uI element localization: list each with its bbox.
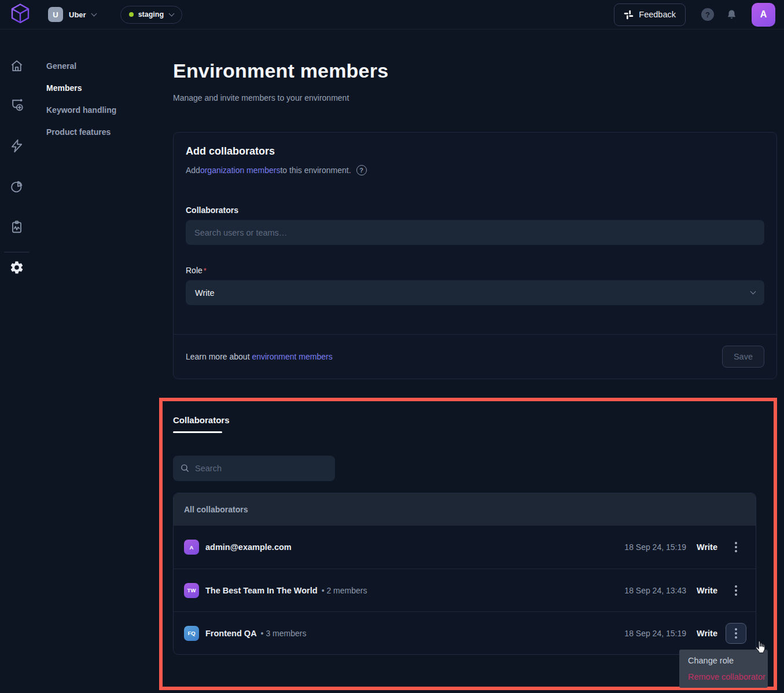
tab-label: Collaborators — [173, 415, 230, 425]
collaborators-table-search-input[interactable] — [173, 456, 335, 481]
collaborator-meta: • 3 members — [261, 629, 307, 638]
chevron-down-icon — [91, 10, 97, 16]
icon-sidebar — [0, 30, 34, 693]
required-mark: * — [204, 266, 207, 275]
pie-chart-icon[interactable] — [9, 179, 24, 194]
help-tooltip-icon[interactable]: ? — [356, 165, 367, 175]
card-description: Add organization members to this environ… — [186, 165, 764, 175]
row-actions-kebab-button[interactable] — [726, 537, 746, 558]
collaborator-name: admin@example.com — [205, 542, 292, 552]
lightning-icon[interactable] — [9, 138, 24, 153]
role-value: Write — [697, 629, 722, 638]
avatar: FQ — [184, 626, 199, 641]
environment-members-link[interactable]: environment members — [252, 352, 332, 361]
collaborator-name: Frontend QA — [205, 629, 257, 638]
collaborators-search-input[interactable] — [186, 220, 764, 245]
save-button[interactable]: Save — [722, 346, 764, 368]
annotation-rectangle: Collaborators All collaborators A admin@… — [159, 398, 777, 690]
table-row[interactable]: FQ Frontend QA • 3 members 18 Sep 24, 15… — [174, 611, 756, 654]
feedback-label: Feedback — [639, 10, 676, 19]
menu-item-remove-collaborator[interactable]: Remove collaborator — [679, 669, 768, 685]
collaborators-table: All collaborators A admin@example.com 18… — [173, 493, 756, 655]
chevron-down-icon — [750, 289, 756, 295]
notifications-icon[interactable] — [726, 9, 737, 20]
subnav-item-keyword-handling[interactable]: Keyword handling — [46, 105, 116, 115]
row-actions-kebab-button-open[interactable] — [726, 623, 746, 644]
row-actions-menu: Change role Remove collaborator — [679, 650, 768, 688]
tab-collaborators[interactable]: Collaborators — [173, 415, 230, 433]
feedback-button[interactable]: Feedback — [614, 3, 686, 26]
health-report-icon[interactable] — [9, 219, 24, 234]
environment-selector[interactable]: staging — [120, 6, 182, 24]
collaborator-meta: • 2 members — [322, 586, 367, 595]
subnav-item-general[interactable]: General — [46, 61, 116, 71]
create-flag-icon[interactable] — [9, 97, 25, 112]
added-date: 18 Sep 24, 15:19 — [616, 542, 686, 552]
org-avatar: U — [48, 7, 63, 22]
top-bar: U Uber staging Feedback ? A — [0, 0, 784, 30]
organization-members-link[interactable]: organization members — [200, 166, 281, 175]
env-status-dot — [129, 12, 134, 17]
page-title: Environment members — [173, 60, 388, 82]
rail-divider — [4, 252, 30, 252]
avatar: A — [184, 540, 199, 555]
help-icon[interactable]: ? — [701, 8, 714, 21]
role-select-value: Write — [195, 288, 215, 298]
org-name: Uber — [69, 10, 86, 19]
collaborators-field-label: Collaborators — [186, 206, 764, 215]
role-value: Write — [697, 586, 722, 595]
user-avatar[interactable]: A — [752, 3, 775, 27]
added-date: 18 Sep 24, 15:19 — [616, 629, 686, 638]
page-subtitle: Manage and invite members to your enviro… — [173, 93, 349, 102]
role-field-label: Role* — [186, 266, 764, 275]
menu-item-change-role[interactable]: Change role — [679, 652, 768, 669]
role-value: Write — [697, 542, 722, 552]
tab-active-underline — [173, 431, 222, 433]
org-switcher[interactable]: U Uber — [48, 7, 96, 22]
avatar: TW — [184, 583, 199, 598]
table-row[interactable]: TW The Best Team In The World • 2 member… — [174, 569, 756, 611]
row-actions-kebab-button[interactable] — [726, 580, 746, 601]
app-logo-icon[interactable] — [9, 2, 32, 27]
subnav-item-product-features[interactable]: Product features — [46, 127, 116, 137]
home-icon[interactable] — [9, 58, 24, 74]
card-footer: Learn more about environment members Sav… — [174, 334, 776, 379]
role-select[interactable]: Write — [186, 280, 764, 305]
collaborator-name: The Best Team In The World — [205, 586, 318, 595]
table-header: All collaborators — [174, 493, 756, 526]
settings-subnav: General Members Keyword handling Product… — [46, 61, 116, 137]
add-collaborators-card: Add collaborators Add organization membe… — [173, 132, 777, 379]
learn-more-text: Learn more about environment members — [186, 352, 333, 361]
settings-gear-icon[interactable] — [9, 260, 24, 275]
env-name: staging — [138, 10, 164, 19]
slack-icon — [624, 10, 634, 20]
table-row[interactable]: A admin@example.com 18 Sep 24, 15:19 Wri… — [174, 526, 756, 569]
subnav-item-members[interactable]: Members — [46, 83, 116, 93]
card-title: Add collaborators — [186, 145, 764, 157]
chevron-down-icon — [169, 10, 175, 16]
added-date: 18 Sep 24, 13:43 — [616, 586, 686, 595]
